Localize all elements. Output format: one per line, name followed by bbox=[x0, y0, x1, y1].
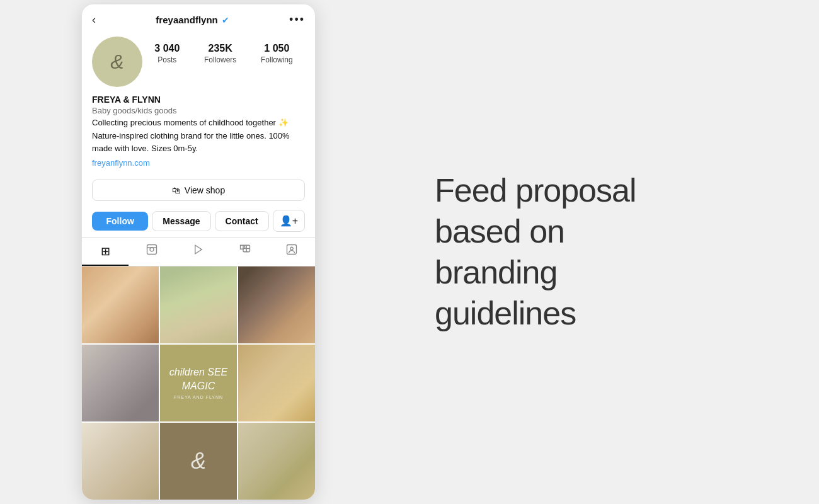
category-text: Baby goods/kids goods bbox=[92, 106, 305, 115]
stat-following[interactable]: 1 050 Following bbox=[261, 43, 293, 64]
tagged-icon bbox=[239, 244, 251, 258]
username-text: freyaandflynn bbox=[156, 14, 217, 25]
grid-item-5[interactable]: children SEE MAGIC FREYA AND FLYNN bbox=[160, 345, 237, 421]
grid-item-3[interactable] bbox=[238, 266, 315, 343]
grid-item-6[interactable] bbox=[238, 345, 315, 421]
grid-item-9[interactable] bbox=[238, 423, 315, 500]
svg-point-1 bbox=[150, 248, 154, 251]
bio-section: FREYA & FLYNN Baby goods/kids goods Coll… bbox=[82, 94, 315, 176]
followers-label: Followers bbox=[204, 55, 236, 64]
stats-section: & 3 040 Posts 235K Followers 1 050 Follo… bbox=[82, 32, 315, 94]
bio-description: Nature-inspired clothing brand for the l… bbox=[92, 130, 305, 154]
tab-video[interactable] bbox=[175, 238, 222, 266]
stat-followers[interactable]: 235K Followers bbox=[204, 43, 236, 64]
right-text-area: Feed proposal based on branding guidelin… bbox=[315, 170, 781, 334]
phone-mockup: ‹ freyaandflynn ✔ ••• & 3 040 Posts 235K… bbox=[82, 4, 315, 500]
action-buttons: Follow Message Contact 👤+ bbox=[82, 205, 315, 237]
grid-item-4[interactable] bbox=[82, 345, 159, 421]
add-friend-button[interactable]: 👤+ bbox=[273, 210, 305, 232]
tagline: Feed proposal based on branding guidelin… bbox=[435, 170, 699, 334]
back-button[interactable]: ‹ bbox=[92, 13, 96, 26]
svg-marker-3 bbox=[195, 245, 202, 254]
followers-count: 235K bbox=[209, 43, 232, 54]
photo-grid: children SEE MAGIC FREYA AND FLYNN & bbox=[82, 266, 315, 500]
svg-rect-7 bbox=[287, 245, 297, 255]
grid-item-1[interactable] bbox=[82, 266, 159, 343]
contact-button[interactable]: Contact bbox=[215, 211, 269, 231]
website-link[interactable]: freyanflynn.com bbox=[92, 158, 150, 168]
add-friend-icon: 👤+ bbox=[280, 215, 298, 226]
message-button[interactable]: Message bbox=[152, 211, 210, 231]
video-icon bbox=[193, 244, 204, 258]
shop-icon: 🛍 bbox=[172, 185, 181, 195]
tab-grid[interactable]: ⊞ bbox=[82, 238, 129, 266]
posts-label: Posts bbox=[158, 55, 176, 64]
grid-item-7[interactable] bbox=[82, 423, 159, 500]
profile-header: ‹ freyaandflynn ✔ ••• bbox=[82, 4, 315, 32]
more-options-button[interactable]: ••• bbox=[289, 13, 305, 26]
tab-tagged[interactable] bbox=[222, 238, 268, 266]
tab-reels[interactable] bbox=[129, 238, 175, 266]
bio-line1: Collecting precious moments of childhood… bbox=[92, 118, 305, 127]
avatar-symbol: & bbox=[110, 50, 123, 74]
display-name: FREYA & FLYNN bbox=[92, 94, 305, 105]
profile-pic-icon bbox=[286, 244, 297, 258]
tab-profile-pic[interactable] bbox=[268, 238, 315, 266]
quote-card-text: children SEE MAGIC FREYA AND FLYNN bbox=[160, 360, 237, 406]
reels-icon bbox=[146, 244, 158, 258]
stats-numbers: 3 040 Posts 235K Followers 1 050 Followi… bbox=[142, 37, 305, 64]
quote-sub: FREYA AND FLYNN bbox=[165, 394, 232, 401]
svg-rect-0 bbox=[147, 245, 157, 255]
verified-icon: ✔ bbox=[222, 15, 229, 25]
page-wrapper: ‹ freyaandflynn ✔ ••• & 3 040 Posts 235K… bbox=[0, 0, 819, 504]
tagline-line1: Feed proposal based on bbox=[435, 172, 636, 249]
follow-button[interactable]: Follow bbox=[92, 212, 148, 231]
grid-icon: ⊞ bbox=[101, 244, 110, 258]
tagline-line2: branding guidelines bbox=[435, 254, 576, 331]
following-count: 1 050 bbox=[264, 43, 289, 54]
following-label: Following bbox=[261, 55, 293, 64]
tab-navigation: ⊞ bbox=[82, 237, 315, 266]
view-shop-button[interactable]: 🛍 View shop bbox=[92, 180, 305, 201]
svg-point-8 bbox=[290, 247, 294, 250]
quote-main: children SEE MAGIC bbox=[165, 365, 232, 394]
avatar: & bbox=[92, 37, 142, 87]
ampersand-symbol: & bbox=[191, 448, 206, 474]
stat-posts[interactable]: 3 040 Posts bbox=[154, 43, 180, 64]
grid-item-2[interactable] bbox=[160, 266, 237, 343]
view-shop-text: View shop bbox=[185, 185, 225, 195]
posts-count: 3 040 bbox=[154, 43, 180, 54]
grid-item-8[interactable]: & bbox=[160, 423, 237, 500]
username-row: freyaandflynn ✔ bbox=[156, 14, 229, 25]
